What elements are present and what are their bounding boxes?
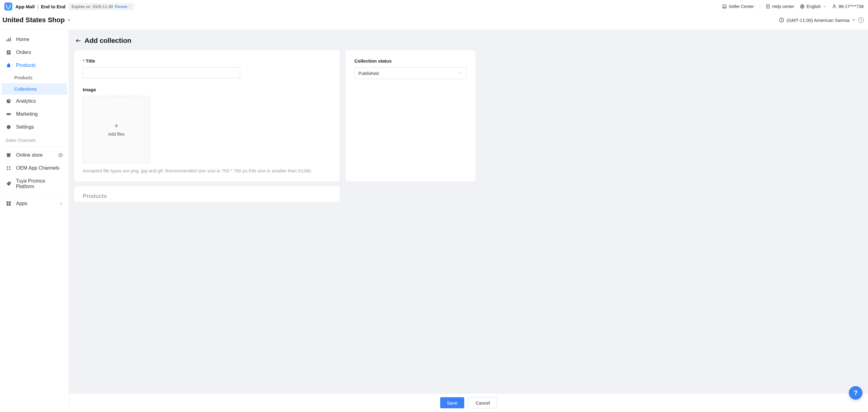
sidebar-item-label: Products bbox=[16, 63, 35, 68]
title-input[interactable] bbox=[83, 67, 240, 78]
sidebar-item-marketing[interactable]: Marketing bbox=[0, 108, 69, 121]
sidebar-item-analytics[interactable]: Analytics bbox=[0, 95, 69, 108]
form-card: * Title Image ＋ Add files Accepted file … bbox=[74, 50, 340, 181]
sidebar-item-orders[interactable]: Orders bbox=[0, 46, 69, 59]
renew-label: Renew bbox=[115, 4, 127, 9]
back-button[interactable] bbox=[75, 38, 82, 44]
chart-icon bbox=[5, 37, 12, 42]
tag-icon bbox=[5, 181, 11, 186]
timezone-label: (GMT-11:00) American Samoa bbox=[787, 18, 849, 23]
svg-point-19 bbox=[7, 166, 8, 168]
clock-icon bbox=[779, 17, 784, 23]
sidebar-item-label: Orders bbox=[16, 50, 31, 55]
sidebar-item-label: OEM App Channels bbox=[16, 165, 60, 171]
chevron-right-icon bbox=[59, 201, 63, 206]
megaphone-icon bbox=[5, 111, 12, 117]
svg-rect-12 bbox=[8, 51, 9, 52]
user-icon bbox=[832, 4, 837, 9]
floating-help-button[interactable]: ? bbox=[849, 386, 863, 400]
chevron-right-icon bbox=[128, 5, 131, 8]
sidebar-item-label: Analytics bbox=[16, 98, 36, 104]
sidebar-item-label: Settings bbox=[16, 124, 34, 130]
help-center-link[interactable]: Help center bbox=[766, 4, 795, 9]
app-logo bbox=[4, 2, 12, 10]
svg-point-5 bbox=[833, 5, 835, 6]
top-bar-right: Seller Center Help center English 86-17*… bbox=[722, 4, 864, 9]
top-bar-left: App Mall | End to End Expires on 2025-11… bbox=[4, 2, 134, 10]
user-menu[interactable]: 86-17****738 bbox=[832, 4, 864, 9]
page-title: Add collection bbox=[85, 37, 131, 45]
language-selector[interactable]: English bbox=[800, 4, 826, 9]
svg-rect-15 bbox=[6, 113, 11, 115]
sidebar-sub-products[interactable]: Products bbox=[0, 72, 69, 83]
svg-point-18 bbox=[60, 154, 61, 156]
eye-icon[interactable] bbox=[58, 152, 63, 158]
sidebar-item-label: Marketing bbox=[16, 111, 38, 117]
apps-icon bbox=[5, 201, 12, 206]
chevron-down-icon bbox=[823, 5, 826, 8]
sidebar-item-label: Home bbox=[16, 37, 29, 42]
sidebar-item-online-store[interactable]: Online store bbox=[0, 149, 69, 162]
sidebar-sub-collections[interactable]: Collections bbox=[2, 83, 67, 95]
pie-icon bbox=[5, 98, 12, 104]
user-id: 86-17****738 bbox=[839, 4, 864, 9]
svg-rect-10 bbox=[10, 38, 11, 41]
arrow-left-icon bbox=[75, 38, 82, 44]
sidebar-item-apps[interactable]: Apps bbox=[0, 197, 69, 210]
image-dropzone[interactable]: ＋ Add files bbox=[83, 96, 150, 163]
svg-rect-24 bbox=[6, 201, 8, 203]
caret-down-icon bbox=[852, 18, 856, 22]
required-mark: * bbox=[83, 58, 85, 64]
sidebar-item-products[interactable]: Products bbox=[0, 59, 69, 72]
sidebar-section-label: Sales Channels bbox=[0, 134, 69, 145]
svg-point-23 bbox=[9, 182, 10, 183]
title-label-text: Title bbox=[86, 58, 95, 64]
sidebar-item-settings[interactable]: Settings bbox=[0, 121, 69, 134]
svg-rect-25 bbox=[9, 201, 11, 203]
globe-icon bbox=[800, 4, 805, 9]
brand-separator: | bbox=[37, 4, 39, 9]
seller-center-label: Seller Center bbox=[729, 4, 754, 9]
main-content: Add collection * Title Image ＋ Add files… bbox=[69, 30, 868, 411]
products-heading: Products bbox=[83, 193, 331, 200]
store-icon bbox=[722, 4, 727, 9]
grid-icon bbox=[5, 165, 12, 171]
plus-icon: ＋ bbox=[113, 123, 120, 129]
image-section: Image ＋ Add files Accepted file types ar… bbox=[83, 87, 331, 173]
timezone-help-icon[interactable]: ? bbox=[858, 17, 864, 23]
svg-rect-14 bbox=[8, 53, 9, 54]
chevron-down-icon bbox=[67, 18, 71, 22]
renew-link[interactable]: Renew bbox=[115, 4, 131, 9]
svg-rect-26 bbox=[6, 204, 8, 206]
gear-icon bbox=[5, 124, 12, 130]
expiry-pill: Expires on 2025-11-30 Renew bbox=[68, 3, 134, 10]
sidebar-item-oem[interactable]: OEM App Channels bbox=[0, 162, 69, 175]
shop-selector[interactable]: United States Shop bbox=[2, 16, 71, 24]
cancel-button[interactable]: Cancel bbox=[469, 397, 497, 408]
chevron-down-icon bbox=[458, 71, 463, 75]
status-select[interactable]: Published bbox=[354, 67, 467, 79]
sidebar-item-label: Apps bbox=[16, 201, 27, 206]
svg-marker-7 bbox=[853, 20, 855, 21]
add-files-label: Add files bbox=[108, 132, 125, 137]
seller-center-link[interactable]: Seller Center bbox=[722, 4, 754, 9]
status-label: Collection status bbox=[354, 58, 467, 64]
brand-title: App Mall | End to End bbox=[16, 4, 65, 9]
language-label: English bbox=[807, 4, 821, 9]
sidebar-item-label: Tuya Promos Platform bbox=[16, 178, 63, 190]
sidebar-item-home[interactable]: Home bbox=[0, 33, 69, 46]
svg-point-21 bbox=[7, 169, 8, 170]
footer-actions: Save Cancel bbox=[69, 393, 868, 412]
timezone-selector[interactable]: (GMT-11:00) American Samoa bbox=[787, 18, 856, 23]
document-icon bbox=[766, 4, 771, 9]
svg-point-20 bbox=[9, 166, 11, 168]
sidebar-item-tuya[interactable]: Tuya Promos Platform bbox=[0, 175, 69, 193]
content-row: * Title Image ＋ Add files Accepted file … bbox=[69, 50, 868, 181]
orders-icon bbox=[5, 50, 12, 55]
svg-rect-13 bbox=[8, 52, 9, 53]
sidebar-divider bbox=[5, 195, 63, 195]
save-button[interactable]: Save bbox=[440, 397, 464, 408]
brand-left: App Mall bbox=[16, 4, 35, 9]
store-icon bbox=[5, 152, 12, 158]
help-center-label: Help center bbox=[772, 4, 795, 9]
